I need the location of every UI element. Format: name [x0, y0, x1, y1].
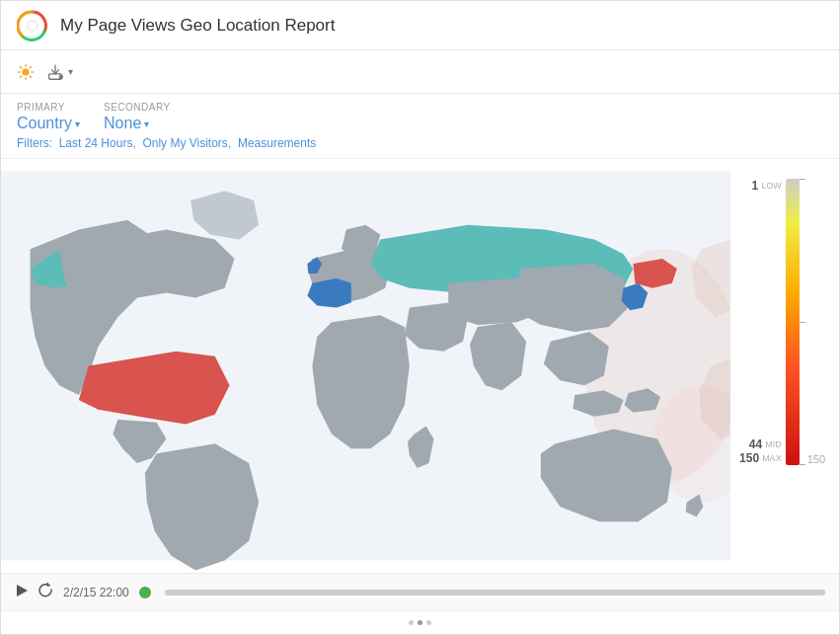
filters-row: Filters: Last 24 Hours, Only My Visitors… — [17, 136, 823, 154]
filter-measurements[interactable]: Measurements — [238, 136, 316, 150]
header: My Page Views Geo Location Report — [1, 1, 839, 50]
dot-2 — [418, 620, 422, 625]
timestamp: 2/2/15 22:00 — [63, 586, 129, 599]
filter-time[interactable]: Last 24 Hours — [59, 136, 133, 150]
primary-label: PRIMARY — [17, 102, 80, 113]
dot-1 — [409, 620, 414, 625]
export-chevron: ▾ — [68, 66, 73, 77]
primary-dropdown[interactable]: Country ▾ — [17, 115, 80, 132]
export-button[interactable]: ▾ — [46, 63, 73, 81]
legend-low-label: LOW — [761, 181, 782, 191]
toolbar: ▾ — [1, 50, 839, 94]
svg-line-10 — [30, 66, 32, 68]
primary-value: Country — [17, 115, 72, 132]
progress-dot-indicator — [139, 587, 151, 598]
play-icon — [15, 584, 29, 597]
secondary-value: None — [104, 115, 141, 132]
sun-icon — [17, 63, 35, 81]
svg-point-2 — [22, 68, 29, 75]
app-container: My Page Views Geo Location Report — [0, 0, 840, 635]
bottom-dots — [1, 610, 839, 634]
main-content: 1 LOW 44 MID 150 MAX — [1, 159, 839, 573]
filters-section: PRIMARY Country ▾ SECONDARY None ▾ Filte… — [1, 94, 839, 159]
secondary-dropdown[interactable]: None ▾ — [104, 115, 171, 132]
refresh-button[interactable] — [38, 583, 53, 601]
secondary-dimension: SECONDARY None ▾ — [104, 102, 171, 132]
logo-icon — [17, 10, 48, 41]
legend-right-max: 150 — [807, 453, 825, 465]
world-map — [1, 159, 730, 573]
legend-area: 1 LOW 44 MID 150 MAX — [730, 159, 839, 573]
filter-visitors[interactable]: Only My Visitors — [142, 136, 227, 150]
legend-mid-label: MID — [765, 439, 782, 449]
primary-dimension: PRIMARY Country ▾ — [17, 102, 80, 132]
sun-button[interactable] — [17, 63, 35, 81]
play-button[interactable] — [15, 584, 29, 601]
progress-bar[interactable] — [165, 590, 825, 595]
map-area[interactable] — [1, 159, 730, 573]
legend-low-value: 1 — [751, 179, 758, 193]
refresh-icon — [38, 583, 53, 597]
primary-chevron: ▾ — [75, 119, 80, 129]
svg-line-8 — [30, 75, 32, 77]
legend-max-value: 150 — [739, 451, 759, 465]
secondary-chevron: ▾ — [144, 119, 149, 129]
secondary-label: SECONDARY — [104, 102, 171, 113]
filters-label: Filters: — [17, 136, 52, 150]
legend-mid-value: 44 — [749, 437, 762, 451]
svg-marker-17 — [17, 585, 28, 596]
dot-3 — [426, 620, 431, 625]
svg-line-7 — [20, 66, 22, 68]
color-bar — [786, 179, 800, 465]
export-icon — [46, 63, 64, 81]
svg-line-9 — [20, 75, 22, 77]
legend-max-label: MAX — [762, 453, 782, 463]
svg-rect-13 — [60, 75, 63, 78]
bottom-bar: 2/2/15 22:00 — [1, 573, 839, 610]
svg-point-1 — [28, 21, 38, 31]
dimension-row: PRIMARY Country ▾ SECONDARY None ▾ — [17, 102, 823, 132]
page-title: My Page Views Geo Location Report — [60, 16, 335, 36]
